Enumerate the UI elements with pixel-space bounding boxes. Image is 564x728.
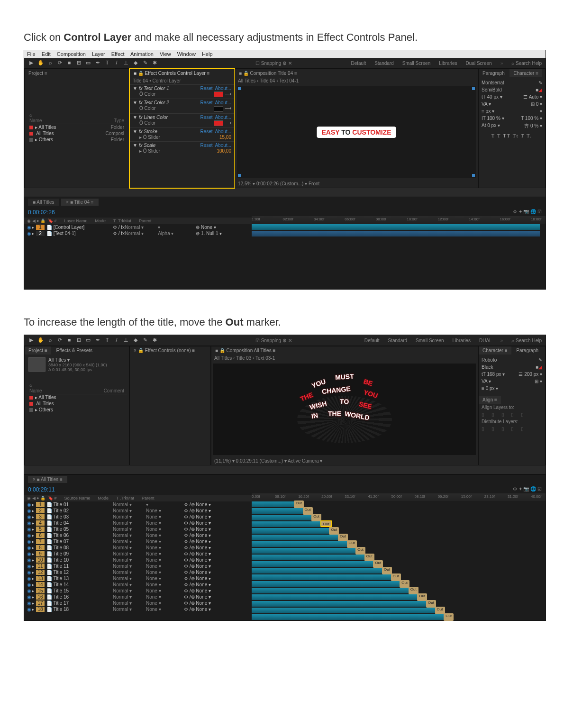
proj-item-all-titles-comp[interactable]: All Titles Composi — [27, 130, 127, 136]
timeline-layer-row[interactable]: ◉ ▸ 7 📄 Title 07 Normal ▾ None ▾ ⚙ / ⊚ N… — [24, 538, 252, 545]
out-marker[interactable]: Out — [355, 547, 365, 555]
leading-field[interactable]: ☰ 200 px ▾ — [519, 372, 542, 377]
out-marker[interactable]: Out — [435, 607, 445, 614]
leading-field[interactable]: ☰ Auto ▾ — [523, 94, 542, 100]
rotate-tool-icon[interactable]: ⟳ — [56, 337, 63, 344]
tl-tab-all-titles[interactable]: ■ All Titles — [28, 199, 59, 206]
layer-bar[interactable]: Out — [252, 594, 546, 601]
snapping-toggle[interactable]: ☑ Snapping ⚙ ✕ — [255, 338, 292, 343]
comp-viewer[interactable]: YOU MUST BE THE CHANGE YOU WISH TO SEE I… — [213, 364, 476, 455]
app-menubar[interactable]: File Edit Composition Layer Effect Anima… — [24, 50, 546, 58]
ws-standard[interactable]: Standard — [388, 338, 408, 343]
layer-bar[interactable]: Out — [252, 547, 546, 554]
layer-bar[interactable]: Out — [252, 514, 546, 521]
col-name[interactable]: Name — [29, 388, 42, 393]
font-size-field[interactable]: tT 40 px ▾ — [482, 94, 502, 100]
stroke-width-field[interactable]: ≡ px ▾ — [482, 109, 494, 114]
fill-swatch-icon[interactable]: ■◢ — [536, 364, 542, 370]
type-style-buttons[interactable]: T T TT Tt T T. — [482, 133, 542, 138]
timeline-layer-row[interactable]: ◉ ▸ 17 📄 Title 17 Normal ▾ None ▾ ⚙ / ⊚ … — [24, 600, 252, 606]
clone-tool-icon[interactable]: ⊥ — [123, 60, 129, 66]
hscale-field[interactable]: T 100 % ▾ — [521, 116, 542, 121]
out-marker[interactable]: Out — [320, 520, 332, 527]
ws-dual2[interactable]: DUAL — [479, 338, 492, 343]
layer-bar[interactable]: Out — [252, 607, 546, 614]
current-timecode[interactable]: 0:00:29:11 — [24, 484, 252, 495]
time-ruler[interactable]: 0:00f08:10f16:20f25:00f33:10f41:20f50:00… — [252, 493, 546, 501]
timeline-layer-row[interactable]: ◉ ▸ 5 📄 Title 05 Normal ▾ None ▾ ⚙ / ⊚ N… — [24, 526, 252, 532]
timeline-layer-row[interactable]: ◉ ▸ 12 📄 Title 12 Normal ▾ None ▾ ⚙ / ⊚ … — [24, 569, 252, 575]
timeline-layer-row[interactable]: ◉ ▸ 13 📄 Title 13 Normal ▾ None ▾ ⚙ / ⊚ … — [24, 575, 252, 582]
ws-standard[interactable]: Standard — [374, 61, 394, 66]
layer-bar[interactable]: Out — [252, 561, 546, 567]
timeline-layer-row[interactable]: ◉ ▸ 1 📄 Title 01 Normal ▾ ▾ ⚙ / ⊚ None ▾ — [24, 501, 252, 508]
brush-tool-icon[interactable]: / — [113, 60, 120, 66]
timeline-layer-row[interactable]: ◉ ▸ 15 📄 Title 15 Normal ▾ None ▾ ⚙ / ⊚ … — [24, 588, 252, 594]
clone-tool-icon[interactable]: ⊥ — [123, 337, 129, 344]
timeline-layer-row[interactable]: ◉ ▸ 2 📄 Title 02 Normal ▾ None ▾ ⚙ / ⊚ N… — [24, 508, 252, 514]
out-marker[interactable]: Out — [391, 573, 401, 581]
ws-libraries[interactable]: Libraries — [439, 61, 457, 66]
kerning-field[interactable]: VA ▾ — [482, 379, 491, 384]
project-footer[interactable] — [24, 465, 546, 474]
fx-group[interactable]: ▼ fx Stroke Reset About...▸ Ö Slider15,0… — [130, 127, 234, 141]
menu-effect[interactable]: Effect — [111, 51, 125, 57]
ws-dual[interactable]: Dual Screen — [466, 61, 492, 66]
layer-bar[interactable]: Out — [252, 501, 546, 508]
current-timecode[interactable]: 0:00:02:26 — [24, 207, 252, 218]
timeline-layer-row[interactable]: ◉ ▸ 2 📄 [Text 04-1] ⚙ / fx Normal ▾ Alph… — [24, 230, 252, 237]
rotate-tool-icon[interactable]: ⟳ — [56, 60, 63, 66]
pan-behind-tool-icon[interactable]: ⊞ — [75, 337, 82, 344]
puppet-tool-icon[interactable]: ✱ — [151, 337, 158, 344]
out-marker[interactable]: Out — [294, 500, 304, 508]
effect-controls-tab[interactable]: ■ 🔒 Effect Controls Control Layer ≡ — [130, 69, 213, 77]
layer-bar[interactable]: Out — [252, 581, 546, 587]
col-name[interactable]: Name — [29, 118, 42, 123]
proj-item[interactable]: ▸ Others — [27, 407, 127, 413]
comp-footer[interactable]: (11,1%) ▾ 0:00:29:11 (Custom...) ▾ Activ… — [211, 457, 478, 465]
layer-bar[interactable]: Out — [252, 528, 546, 534]
effects-presets-tab[interactable]: Effects & Presets — [53, 346, 97, 355]
align-tab[interactable]: Align ≡ — [479, 396, 501, 404]
timeline-layer-row[interactable]: ◉ ▸ 4 📄 Title 04 Normal ▾ None ▾ ⚙ / ⊚ N… — [24, 520, 252, 526]
layer-bar[interactable]: Out — [252, 567, 546, 574]
timeline-layer-row[interactable]: ◉ ▸ 9 📄 Title 09 Normal ▾ None ▾ ⚙ / ⊚ N… — [24, 551, 252, 557]
vscale-field[interactable]: IT 100 % ▾ — [482, 116, 504, 121]
timeline-layer-row[interactable]: ◉ ▸ 18 📄 Title 18 Normal ▾ None ▾ ⚙ / ⊚ … — [24, 606, 252, 612]
eyedropper-icon[interactable]: ✎ — [538, 357, 542, 363]
pen-tool-icon[interactable]: ✒ — [94, 60, 101, 66]
ws-libraries[interactable]: Libraries — [453, 338, 471, 343]
font-family-dropdown[interactable]: Roboto — [482, 357, 497, 363]
layer-bar[interactable]: Out — [252, 574, 546, 581]
eraser-tool-icon[interactable]: ◆ — [132, 60, 139, 66]
time-ruler[interactable]: 1:00f02:00f04:00f06:00f08:00f10:00f12:00… — [252, 216, 546, 224]
out-marker[interactable]: Out — [303, 507, 313, 515]
comp-viewer[interactable]: EASY TO CUSTOMIZE — [237, 86, 476, 178]
font-weight-dropdown[interactable]: SemiBold — [482, 87, 502, 92]
out-marker[interactable]: Out — [444, 613, 454, 621]
out-marker[interactable]: Out — [329, 527, 339, 535]
out-marker[interactable]: Out — [409, 587, 418, 594]
selection-tool-icon[interactable]: ▶ — [28, 337, 35, 344]
camera-tool-icon[interactable]: ■ — [66, 60, 73, 66]
layer-bar[interactable]: Out — [252, 587, 546, 594]
align-buttons[interactable]: ▯ ▯ ▯ ▯ ▯ — [482, 411, 542, 418]
timeline-layer-row[interactable]: ◉ ▸ 16 📄 Title 16 Normal ▾ None ▾ ⚙ / ⊚ … — [24, 594, 252, 600]
selection-tool-icon[interactable]: ▶ — [28, 60, 35, 66]
fx-group[interactable]: ▼ fx Scale Reset About...▸ Ö Slider100,0… — [130, 141, 234, 155]
timeline-layer-row[interactable]: ◉ ▸ 3 📄 Title 03 Normal ▾ None ▾ ⚙ / ⊚ N… — [24, 514, 252, 520]
ws-small[interactable]: Small Screen — [416, 338, 444, 343]
layer-bar[interactable]: Out — [252, 521, 546, 528]
font-weight-dropdown[interactable]: Black — [482, 364, 493, 370]
brush-tool-icon[interactable]: / — [113, 337, 120, 344]
font-family-dropdown[interactable]: Montserrat — [482, 80, 504, 85]
proj-item-others[interactable]: ▸ Others Folder — [27, 136, 127, 143]
camera-tool-icon[interactable]: ■ — [66, 337, 73, 344]
type-tool-icon[interactable]: T — [104, 337, 110, 344]
out-marker[interactable]: Out — [311, 514, 321, 521]
layer-bar[interactable]: Out — [252, 534, 546, 541]
character-tab[interactable]: Character ≡ — [479, 346, 511, 355]
paragraph-tab[interactable]: Paragraph — [479, 69, 509, 77]
timeline-layer-row[interactable]: ◉ ▸ 11 📄 Title 11 Normal ▾ None ▾ ⚙ / ⊚ … — [24, 563, 252, 569]
out-marker[interactable]: Out — [347, 540, 357, 548]
